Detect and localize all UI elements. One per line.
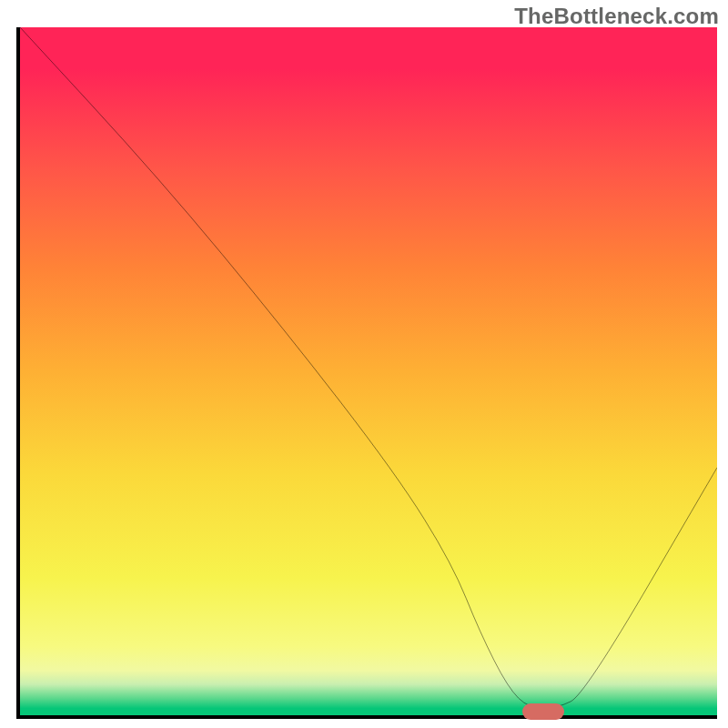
curve-path: [20, 27, 717, 708]
bottleneck-curve: [20, 27, 717, 715]
optimum-marker: [522, 703, 564, 720]
chart-container: TheBottleneck.com: [0, 0, 728, 728]
watermark-text: TheBottleneck.com: [514, 4, 719, 29]
plot-area: [16, 27, 717, 719]
